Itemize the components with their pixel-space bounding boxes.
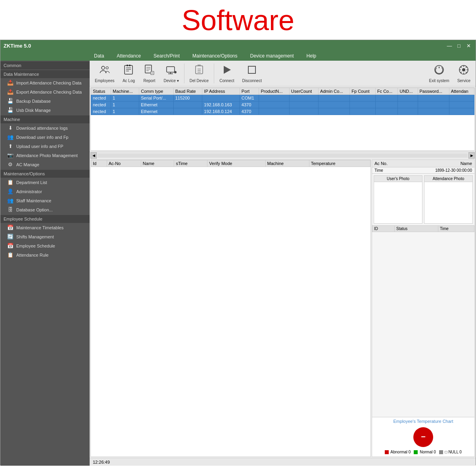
report-icon <box>144 64 155 78</box>
svg-rect-22 <box>248 66 255 73</box>
scroll-left-arrow[interactable]: ◀ <box>90 152 97 159</box>
sidebar-item-label: Attendance Rule <box>16 253 48 257</box>
sidebar-item-employee-schedule[interactable]: 📅 Employee Schedule <box>0 241 90 250</box>
menu-data[interactable]: Data <box>92 52 106 60</box>
cell-und <box>398 102 418 108</box>
device-icon <box>166 64 177 78</box>
sidebar-item-shifts-management[interactable]: 🔄 Shifts Management <box>0 232 90 241</box>
service-button[interactable]: Service <box>454 62 474 85</box>
cell-attend <box>449 108 474 115</box>
menu-help[interactable]: Help <box>304 52 319 60</box>
attendance-photo-box: Attendance Photo <box>424 175 473 224</box>
time-label: Time <box>374 168 383 173</box>
scroll-right-arrow[interactable]: ▶ <box>468 152 475 159</box>
disconnect-button[interactable]: Disconnect <box>238 62 265 85</box>
menu-search-print[interactable]: Search/Print <box>151 52 182 60</box>
normal-dot <box>414 450 418 454</box>
col-password: Password... <box>418 88 449 95</box>
svg-point-25 <box>462 68 465 71</box>
sidebar: Common Data Maintenance 📥 Import Attenda… <box>0 61 90 466</box>
col-usercount: UserCount <box>289 88 318 95</box>
attendance-table[interactable]: Id Ac-No Name sTime Verify Mode Machine … <box>90 159 371 457</box>
sidebar-item-import-attendance[interactable]: 📥 Import Attendance Checking Data <box>0 78 90 87</box>
disconnect-label: Disconnect <box>242 79 261 83</box>
device-row-2[interactable]: nected 1 Ethernet 192.168.0.163 4370 <box>91 102 474 108</box>
device-row-3[interactable]: nected 1 Ethernet 192.168.0.124 4370 <box>91 108 474 115</box>
attendance-data-table: Id Ac-No Name sTime Verify Mode Machine … <box>91 160 370 167</box>
menu-attendance[interactable]: Attendance <box>114 52 143 60</box>
exit-system-button[interactable]: Exit system <box>426 62 453 85</box>
sidebar-data-maintenance-header: Data Maintenance <box>0 70 90 78</box>
employees-button[interactable]: Employees <box>91 62 118 85</box>
report-button[interactable]: Report <box>139 62 159 85</box>
cell-attend <box>449 102 474 108</box>
sidebar-item-download-logs[interactable]: ⬇ Download attendance logs <box>0 123 90 132</box>
minimize-button[interactable]: — <box>445 42 453 49</box>
schedule-icon: 📅 <box>7 243 14 249</box>
sidebar-item-label: Upload user info and FP <box>16 144 63 149</box>
legend-null: □ NULL 0 <box>439 450 462 454</box>
sidebar-item-staff-maintenance[interactable]: 👥 Staff Maintenance <box>0 196 90 205</box>
device-row-1[interactable]: nected 1 Serial Port/... 115200 COM1 <box>91 95 474 102</box>
status-time: 12:26:49 <box>93 460 110 464</box>
disconnect-icon <box>246 64 257 78</box>
cell-password <box>418 108 449 115</box>
sidebar-item-upload-user[interactable]: ⬆ Upload user info and FP <box>0 142 90 151</box>
cell-attend <box>449 95 474 102</box>
horizontal-scrollbar[interactable]: ◀ ▶ <box>90 152 476 159</box>
sidebar-item-attendance-rule[interactable]: 📋 Attendance Rule <box>0 250 90 259</box>
sidebar-item-label: Maintenance Timetables <box>16 225 63 230</box>
employees-icon <box>99 64 110 78</box>
ac-no-label: Ac No. <box>374 161 388 166</box>
col-port: Port <box>240 88 259 95</box>
col-attend: Attendan <box>449 88 474 95</box>
ac-log-button[interactable]: Ac Log <box>119 62 138 85</box>
del-device-button[interactable]: Del Device <box>186 62 212 85</box>
menu-device-mgmt[interactable]: Device management <box>248 52 296 60</box>
sidebar-item-label: Attendance Photo Management <box>16 153 78 158</box>
sidebar-item-ac-manage[interactable]: ⚙ AC Manage <box>0 160 90 169</box>
log-data-table: ID Status Time <box>372 225 474 232</box>
log-col-time: Time <box>438 226 474 232</box>
cell-baud <box>173 102 202 108</box>
right-panel-time-row: Time 1899-12-30 00:00:00 <box>372 167 474 174</box>
menu-maintenance[interactable]: Maintenance/Options <box>190 52 240 60</box>
sidebar-item-backup-db[interactable]: 💾 Backup Database <box>0 96 90 106</box>
right-panel-photos: User's Photo Attendance Photo <box>372 174 474 225</box>
service-icon <box>458 64 469 78</box>
col-admin: Admin Co... <box>319 88 350 95</box>
col-machine: Machine... <box>111 88 139 95</box>
download-user-icon: 👥 <box>7 134 14 140</box>
cell-admin <box>319 95 350 102</box>
cell-baud <box>173 108 202 115</box>
cell-usercount <box>289 108 318 115</box>
sidebar-item-dept-list[interactable]: 📋 Department List <box>0 178 90 187</box>
attendance-photo-content <box>424 182 472 223</box>
download-icon: ⬇ <box>7 125 14 131</box>
device-button[interactable]: Device ▾ <box>160 62 182 85</box>
right-log-table[interactable]: ID Status Time <box>372 225 474 417</box>
att-col-id: Id <box>91 160 107 167</box>
device-table[interactable]: Status Machine... Comm type Baud Rate IP… <box>90 87 475 151</box>
sidebar-item-attendance-photo[interactable]: 📷 Attendance Photo Management <box>0 151 90 160</box>
connect-button[interactable]: Connect <box>216 62 238 85</box>
sidebar-item-label: Import Attendance Checking Data <box>16 81 81 85</box>
sidebar-item-export-attendance[interactable]: 📤 Export Attendance Checking Data <box>0 87 90 96</box>
dept-icon: 📋 <box>7 179 14 185</box>
scroll-track[interactable] <box>98 154 468 157</box>
sidebar-item-usb-disk[interactable]: 💾 Usb Disk Manage <box>0 106 90 115</box>
close-button[interactable]: ✕ <box>464 42 472 49</box>
col-und: UND... <box>398 88 418 95</box>
cell-product <box>259 102 289 108</box>
maximize-button[interactable]: □ <box>455 42 463 49</box>
cell-und <box>398 108 418 115</box>
attendance-photo-label: Attendance Photo <box>424 176 472 182</box>
sidebar-item-administrator[interactable]: 👤 Administrator <box>0 187 90 196</box>
ac-manage-icon: ⚙ <box>7 161 14 167</box>
sidebar-item-maintenance-timetables[interactable]: 📅 Maintenance Timetables <box>0 223 90 232</box>
user-photo-box: User's Photo <box>374 175 422 224</box>
sidebar-item-database-option[interactable]: 🗄 Database Option... <box>0 205 90 214</box>
svg-point-1 <box>106 67 108 69</box>
att-col-stime: sTime <box>174 160 207 167</box>
sidebar-item-download-user[interactable]: 👥 Download user info and Fp <box>0 132 90 142</box>
